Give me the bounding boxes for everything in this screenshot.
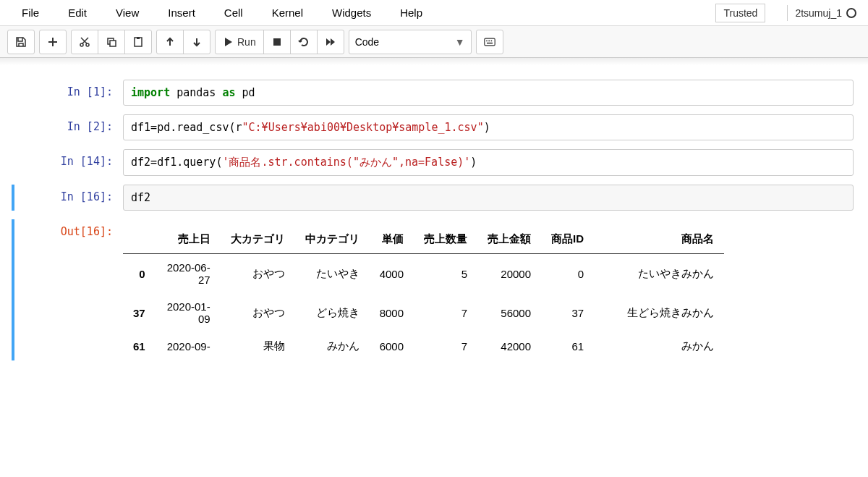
paste-button[interactable] — [124, 30, 151, 54]
df-cell: 37 — [541, 293, 594, 332]
table-row: 612020-09-果物みかん600074200061みかん — [123, 332, 724, 360]
dataframe-output: 売上日大カテゴリ中カテゴリ単価売上数量売上金額商品ID商品名 02020-06-… — [123, 219, 854, 360]
df-cell: 7 — [414, 293, 477, 332]
svg-point-0 — [80, 43, 83, 46]
toolbar: Run Code ▼ — [0, 26, 868, 58]
df-cell: たいやき — [295, 254, 370, 294]
in-prompt: In [1]: — [14, 80, 123, 106]
code-token: as — [222, 86, 235, 99]
kernel-name[interactable]: 2tsumuj_1 — [795, 7, 842, 19]
in-prompt: In [14]: — [14, 149, 123, 176]
code-token: pd.read_csv( — [157, 121, 235, 134]
df-cell: 0 — [541, 254, 594, 294]
code-token: df1 — [131, 121, 150, 134]
interrupt-button[interactable] — [263, 30, 290, 54]
command-palette-button[interactable] — [477, 30, 503, 54]
cut-button[interactable] — [72, 30, 98, 54]
code-input[interactable]: df2 — [123, 185, 854, 211]
trusted-indicator[interactable]: Trusted — [715, 4, 765, 22]
code-token: df1.query( — [157, 156, 222, 169]
menu-file[interactable]: File — [7, 2, 54, 23]
svg-rect-9 — [488, 40, 490, 41]
arrow-up-icon — [164, 36, 176, 48]
df-column-header: 大カテゴリ — [221, 225, 295, 254]
code-input[interactable]: import pandas as pd — [123, 80, 854, 106]
df-cell: 2020-06-27 — [156, 254, 221, 294]
svg-rect-6 — [273, 38, 281, 46]
move-up-button[interactable] — [157, 30, 183, 54]
save-button[interactable] — [8, 30, 34, 54]
df-cell: みかん — [295, 332, 370, 360]
insert-cell-button[interactable] — [40, 30, 66, 54]
code-input[interactable]: df1=pd.read_csv(r"C:¥Users¥abi00¥Desktop… — [123, 114, 854, 140]
df-cell: みかん — [594, 332, 724, 360]
menu-help[interactable]: Help — [386, 2, 437, 23]
svg-rect-10 — [490, 40, 492, 41]
df-cell: たいやきみかん — [594, 254, 724, 294]
menu-insert[interactable]: Insert — [153, 2, 210, 23]
restart-run-all-button[interactable] — [317, 30, 344, 54]
df-cell: 生どら焼きみかん — [594, 293, 724, 332]
out-prompt: Out[16]: — [14, 219, 123, 360]
svg-rect-7 — [484, 38, 494, 46]
menu-view[interactable]: View — [101, 2, 153, 23]
code-token: df2 — [131, 191, 150, 204]
play-icon — [223, 36, 234, 48]
code-input[interactable]: df2=df1.query('商品名.str.contains("みかん",na… — [123, 149, 854, 176]
code-token: r — [236, 121, 242, 134]
df-row-index: 0 — [123, 254, 156, 294]
df-cell: 8000 — [370, 293, 414, 332]
notebook-container: In [1]: import pandas as pd In [2]: df1=… — [0, 65, 868, 360]
keyboard-icon — [484, 36, 495, 48]
df-column-header: 売上日 — [156, 225, 221, 254]
move-down-button[interactable] — [183, 30, 210, 54]
df-row-index: 37 — [123, 293, 156, 332]
copy-icon — [106, 36, 117, 48]
kernel-separator — [787, 5, 788, 21]
df-cell: 2020-09- — [156, 332, 221, 360]
code-cell[interactable]: In [14]: df2=df1.query('商品名.str.contains… — [14, 149, 854, 176]
restart-icon — [298, 36, 310, 48]
df-column-header: 売上金額 — [477, 225, 541, 254]
code-cell[interactable]: In [2]: df1=pd.read_csv(r"C:¥Users¥abi00… — [14, 114, 854, 140]
df-cell: 20000 — [477, 254, 541, 294]
copy-button[interactable] — [98, 30, 124, 54]
code-token: '商品名.str.contains("みかん",na=False)' — [222, 156, 470, 169]
cell-type-value: Code — [355, 36, 379, 48]
df-cell: 4000 — [370, 254, 414, 294]
arrow-down-icon — [191, 36, 203, 48]
code-token: ) — [470, 156, 477, 169]
menu-edit[interactable]: Edit — [54, 2, 101, 23]
menu-widgets[interactable]: Widgets — [318, 2, 386, 23]
df-column-header: 中カテゴリ — [295, 225, 370, 254]
cut-icon — [79, 36, 90, 48]
in-prompt: In [2]: — [14, 114, 123, 140]
df-column-header: 商品名 — [594, 225, 724, 254]
code-token: "C:¥Users¥abi00¥Desktop¥sample_1.csv" — [242, 121, 484, 134]
restart-button[interactable] — [290, 30, 317, 54]
svg-rect-3 — [110, 41, 116, 46]
menu-kernel[interactable]: Kernel — [258, 2, 318, 23]
df-column-header — [123, 225, 156, 254]
df-column-header: 売上数量 — [414, 225, 477, 254]
df-cell: 56000 — [477, 293, 541, 332]
run-button[interactable]: Run — [216, 30, 263, 54]
df-cell: おやつ — [221, 293, 295, 332]
code-token: ) — [484, 121, 490, 134]
code-cell-selected[interactable]: In [16]: df2 — [12, 185, 854, 211]
menu-cell[interactable]: Cell — [210, 2, 258, 23]
kernel-indicator-icon — [846, 8, 856, 18]
paste-icon — [132, 36, 144, 48]
df-cell: 6000 — [370, 332, 414, 360]
df-cell: 7 — [414, 332, 477, 360]
df-cell: 5 — [414, 254, 477, 294]
code-cell[interactable]: In [1]: import pandas as pd — [14, 80, 854, 106]
code-token: import — [131, 86, 170, 99]
cell-type-select[interactable]: Code ▼ — [349, 30, 472, 54]
df-row-index: 61 — [123, 332, 156, 360]
save-icon — [15, 36, 27, 48]
df-cell: 42000 — [477, 332, 541, 360]
dataframe-table: 売上日大カテゴリ中カテゴリ単価売上数量売上金額商品ID商品名 02020-06-… — [123, 225, 724, 360]
df-cell: 2020-01-09 — [156, 293, 221, 332]
table-row: 372020-01-09おやつどら焼き800075600037生どら焼きみかん — [123, 293, 724, 332]
